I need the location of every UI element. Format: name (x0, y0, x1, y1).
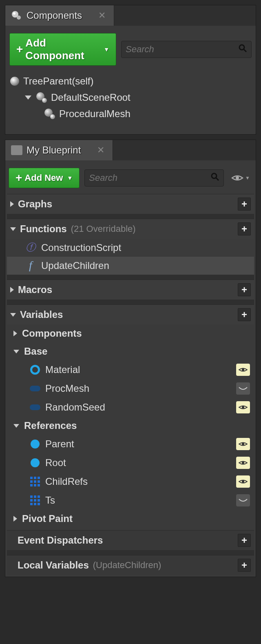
function-label: ConstructionScript (41, 242, 121, 253)
variable-label: Parent (45, 438, 74, 450)
variable-parent[interactable]: Parent (7, 435, 254, 453)
section-macros[interactable]: Macros + (7, 280, 254, 300)
section-title: Local Variables (18, 560, 89, 571)
section-functions[interactable]: Functions (21 Overridable) + (7, 219, 254, 239)
add-macro-button[interactable]: + (238, 283, 251, 296)
expand-icon (10, 227, 16, 231)
variable-randomseed[interactable]: RandomSeed (7, 398, 254, 417)
scene-root-label: DefaultSceneRoot (51, 92, 130, 103)
search-icon (210, 172, 219, 184)
var-type-icon (30, 383, 40, 394)
svg-line-4 (244, 49, 246, 52)
tree-scene-root[interactable]: DefaultSceneRoot (9, 89, 252, 106)
section-event-dispatchers[interactable]: Event Dispatchers + (7, 530, 254, 550)
function-construction-script[interactable]: ⓕ ConstructionScript (7, 239, 254, 257)
section-title: Graphs (18, 198, 52, 210)
var-category-references[interactable]: References (7, 417, 254, 435)
add-component-label: Add Component (25, 37, 100, 62)
variable-ts[interactable]: Ts (7, 491, 254, 510)
blueprint-body: + Add New ▼ ▼ Graphs + Fu (5, 160, 256, 577)
plus-icon: + (16, 43, 23, 56)
section-local-variables[interactable]: Local Variables (UpdateChildren) + (7, 555, 254, 575)
add-graph-button[interactable]: + (238, 198, 251, 211)
category-label: Base (24, 346, 47, 357)
actor-icon (10, 77, 19, 86)
eye-closed-icon[interactable] (236, 494, 250, 506)
search-icon (238, 44, 247, 55)
eye-open-icon[interactable] (236, 364, 250, 376)
add-new-label: Add New (24, 173, 63, 183)
blueprint-tab[interactable]: My Blueprint ✕ (5, 140, 113, 160)
svg-point-7 (236, 176, 239, 180)
search-input[interactable] (89, 173, 210, 183)
variable-childrefs[interactable]: ChildRefs (7, 472, 254, 491)
close-icon[interactable]: ✕ (97, 145, 104, 155)
section-title: Event Dispatchers (18, 535, 103, 546)
variable-label: Material (45, 364, 80, 375)
eye-closed-icon[interactable] (236, 382, 250, 395)
variable-material[interactable]: Material (7, 360, 254, 379)
close-icon[interactable]: ✕ (98, 10, 106, 21)
eye-open-icon[interactable] (236, 457, 250, 469)
var-type-icon (30, 457, 40, 468)
var-category-pivot-paint[interactable]: Pivot Paint (7, 510, 254, 528)
components-body: + Add Component ▼ TreeParent(self) Defau… (5, 26, 256, 134)
visibility-filter-button[interactable]: ▼ (229, 174, 252, 182)
var-category-components[interactable]: Components (7, 324, 254, 342)
blueprint-tab-bar: My Blueprint ✕ (5, 140, 256, 160)
variable-procmesh[interactable]: ProcMesh (7, 379, 254, 398)
add-variable-button[interactable]: + (238, 308, 251, 321)
components-tab-icon (11, 10, 22, 21)
var-type-icon (30, 476, 40, 487)
eye-open-icon[interactable] (236, 475, 250, 488)
component-tree: TreeParent(self) DefaultSceneRoot Proced… (8, 71, 253, 122)
variable-label: RandomSeed (45, 402, 105, 413)
expand-icon (13, 350, 19, 353)
variable-root[interactable]: Root (7, 453, 254, 472)
chevron-down-icon: ▼ (67, 175, 73, 181)
section-note: (21 Overridable) (71, 224, 136, 234)
variable-label: Root (45, 457, 66, 469)
add-local-var-button[interactable]: + (238, 559, 251, 572)
collapse-icon (13, 516, 17, 522)
variable-label: Ts (45, 495, 55, 506)
var-category-base[interactable]: Base (7, 342, 254, 360)
var-type-icon (30, 495, 40, 506)
svg-point-2 (17, 16, 21, 20)
collapse-icon (13, 331, 17, 336)
eye-open-icon[interactable] (236, 401, 250, 413)
expand-icon[interactable] (25, 95, 31, 100)
components-tab[interactable]: Components ✕ (5, 5, 114, 26)
tree-procedural-mesh[interactable]: ProceduralMesh (9, 106, 252, 122)
add-component-button[interactable]: + Add Component ▼ (9, 33, 116, 66)
components-panel: Components ✕ + Add Component ▼ TreeParen… (5, 5, 256, 135)
search-input[interactable] (126, 44, 238, 55)
add-function-button[interactable]: + (238, 222, 251, 235)
svg-point-5 (212, 173, 217, 178)
expand-icon (10, 313, 16, 317)
section-graphs[interactable]: Graphs + (7, 194, 254, 214)
category-label: References (24, 420, 77, 431)
chevron-down-icon: ▼ (104, 46, 109, 53)
components-toolbar: + Add Component ▼ (8, 29, 253, 71)
expand-icon (13, 424, 19, 428)
svg-point-9 (242, 406, 244, 409)
eye-open-icon[interactable] (236, 438, 250, 450)
section-variables[interactable]: Variables + (7, 304, 254, 324)
section-title: Macros (18, 284, 52, 295)
chevron-down-icon: ▼ (245, 175, 250, 181)
var-type-icon (30, 439, 40, 449)
blueprint-search[interactable] (84, 169, 224, 187)
components-search[interactable] (121, 41, 252, 58)
svg-point-10 (242, 443, 244, 445)
blueprint-toolbar: + Add New ▼ ▼ (7, 164, 254, 194)
function-update-children[interactable]: f UpdateChildren (7, 257, 254, 275)
add-dispatcher-button[interactable]: + (238, 534, 251, 547)
components-tab-bar: Components ✕ (5, 5, 256, 26)
add-new-button[interactable]: + Add New ▼ (9, 168, 80, 188)
var-type-icon (30, 402, 40, 413)
tree-root-self[interactable]: TreeParent(self) (9, 73, 252, 89)
scene-root-icon (36, 92, 47, 103)
variable-label: ChildRefs (45, 476, 88, 487)
blueprint-tab-title: My Blueprint (27, 144, 81, 156)
